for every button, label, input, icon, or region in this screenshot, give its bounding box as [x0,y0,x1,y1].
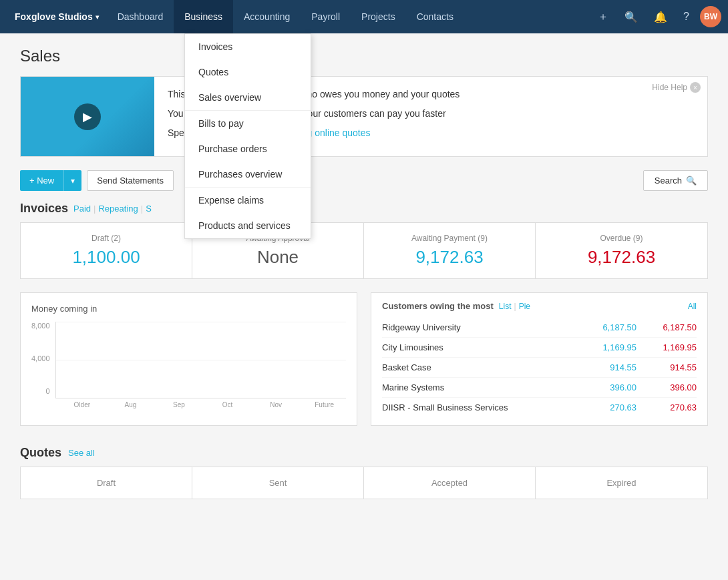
search-button-toolbar[interactable]: Search 🔍 [643,170,708,191]
bar-label-future: Future [303,398,346,408]
video-placeholder: ▶ [21,77,154,156]
search-icon: 🔍 [686,176,697,186]
customer-row: DIISR - Small Business Services 270.63 2… [382,398,697,417]
bars-grid [55,322,346,398]
bar-labels: Older Aug Sep Oct Nov Future [55,398,346,408]
bar-label-older: Older [61,398,104,408]
bar-label-aug: Aug [109,398,152,408]
bar-label-sep: Sep [158,398,201,408]
quotes-section: Quotes See all Draft Sent Accepted Expir… [20,446,708,499]
quotes-header: Quotes See all [20,446,708,460]
menu-bills-to-pay[interactable]: Bills to pay [185,111,311,136]
nav-dashboard[interactable]: Dashboard [107,0,174,33]
stat-payment-label: Awaiting Payment (9) [375,234,524,243]
customer-row: Marine Systems 396.00 396.00 [382,378,697,398]
invoices-section-header: Invoices Paid | Repeating | S [20,202,708,216]
tab-paid[interactable]: Paid [73,204,91,214]
bars-container: Older Aug Sep Oct Nov Future [55,322,346,408]
customer-row: Ridgeway University 6,187.50 6,187.50 [382,318,697,338]
stat-overdue-value: 9,172.63 [546,247,697,268]
view-pie-link[interactable]: Pie [519,302,530,311]
page-content: Sales ▶ This page shows your invoices, w… [0,33,728,513]
view-list-link[interactable]: List [499,302,512,311]
search-button[interactable]: 🔍 [619,7,643,27]
avatar[interactable]: BW [700,6,721,27]
customers-view-links: List | Pie [499,302,530,311]
menu-quotes[interactable]: Quotes [185,59,311,85]
customers-all-link[interactable]: All [688,302,697,311]
money-in-chart: Money coming in 8,000 4,000 0 [20,292,357,426]
menu-sales-overview[interactable]: Sales overview [185,85,311,110]
notifications-button[interactable]: 🔔 [649,7,673,27]
help-button[interactable]: ? [678,7,695,27]
y-axis: 8,000 4,000 0 [31,322,55,408]
customer-row: Basket Case 914.55 914.55 [382,358,697,378]
new-caret-button[interactable]: ▾ [63,170,81,191]
quotes-card-expired: Expired [536,467,707,499]
nav-contacts[interactable]: Contacts [406,0,464,33]
send-statements-button[interactable]: Send Statements [87,170,174,191]
invoice-stat-cards: Draft (2) 1,100.00 Awaiting Approval Non… [20,222,708,279]
chart-area: 8,000 4,000 0 [31,322,346,408]
menu-purchases-overview[interactable]: Purchases overview [185,162,311,187]
menu-purchase-orders[interactable]: Purchase orders [185,136,311,162]
charts-row: Money coming in 8,000 4,000 0 [20,292,708,426]
menu-expense-claims[interactable]: Expense claims [185,188,311,213]
stat-draft-label: Draft (2) [31,234,181,243]
bar-label-oct: Oct [206,398,249,408]
stat-payment-value: 9,172.63 [375,247,524,268]
nav-payroll[interactable]: Payroll [301,0,351,33]
stat-approval-value: None [203,247,353,268]
stat-overdue-label: Overdue (9) [546,234,697,243]
nav-projects[interactable]: Projects [351,0,406,33]
customers-header: Customers owing the most List | Pie All [382,301,697,311]
navbar: Foxglove Studios ▾ Dashboard Business Ac… [0,0,728,33]
help-close-button[interactable]: × [690,82,701,93]
stat-draft: Draft (2) 1,100.00 [21,223,192,278]
customers-list: Ridgeway University 6,187.50 6,187.50 Ci… [382,318,697,417]
stat-awaiting-payment: Awaiting Payment (9) 9,172.63 [364,223,536,278]
quotes-card-sent: Sent [192,467,364,499]
bar-label-nov: Nov [254,398,298,408]
nav-accounting[interactable]: Accounting [233,0,301,33]
new-button[interactable]: + New [20,170,63,191]
quotes-card-accepted: Accepted [364,467,536,499]
help-hide[interactable]: Hide Help × [652,82,701,93]
toolbar-right: Search 🔍 [643,170,708,191]
stat-overdue: Overdue (9) 9,172.63 [536,223,707,278]
tab-s[interactable]: S [146,204,152,214]
add-button[interactable]: ＋ [592,6,614,28]
tab-repeating[interactable]: Repeating [98,204,138,214]
brand[interactable]: Foxglove Studios ▾ [7,0,107,33]
dropdown-section-other: Expense claims Products and services [185,188,311,238]
business-dropdown: Invoices Quotes Sales overview Bills to … [184,33,311,239]
stat-draft-value: 1,100.00 [31,247,181,268]
quotes-cards: Draft Sent Accepted Expired [20,467,708,499]
dropdown-section-sales: Invoices Quotes Sales overview [185,34,311,111]
brand-caret: ▾ [96,13,99,21]
invoice-tabs: Paid | Repeating | S [73,204,152,214]
nav-business[interactable]: Business [174,0,233,33]
nav-right: ＋ 🔍 🔔 ? BW [592,6,721,28]
dropdown-section-purchases: Bills to pay Purchase orders Purchases o… [185,111,311,188]
customers-box: Customers owing the most List | Pie All … [371,292,708,426]
page-title: Sales [20,47,708,65]
customers-title: Customers owing the most [382,301,494,311]
help-box: ▶ This page shows your invoices, who owe… [20,76,708,157]
customer-row: City Limousines 1,169.95 1,169.95 [382,338,697,358]
toolbar: + New ▾ Send Statements Search 🔍 [20,170,708,191]
menu-invoices[interactable]: Invoices [185,34,311,59]
quotes-see-all[interactable]: See all [68,448,95,458]
help-video-thumbnail[interactable]: ▶ [21,77,154,156]
play-button[interactable]: ▶ [74,103,101,130]
new-button-group: + New ▾ [20,170,81,191]
menu-products-services[interactable]: Products and services [185,213,311,238]
brand-name: Foxglove Studios [15,11,93,22]
invoices-title: Invoices [20,202,68,216]
quotes-card-draft: Draft [21,467,192,499]
quotes-title: Quotes [20,446,61,460]
chart-title: Money coming in [31,304,346,314]
